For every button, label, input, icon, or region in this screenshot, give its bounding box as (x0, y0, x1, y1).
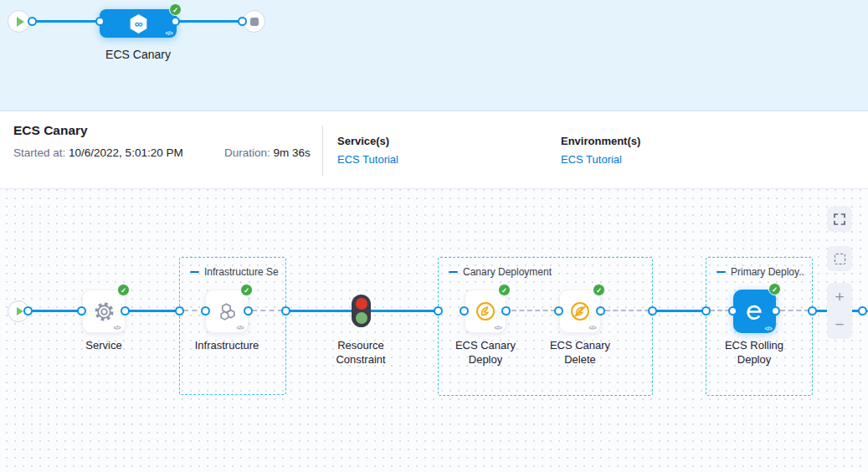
run-title: ECS Canary (13, 123, 88, 138)
edge-dashed (710, 310, 730, 311)
edge (286, 310, 354, 312)
port (554, 306, 563, 316)
started-label: Started at: (13, 146, 65, 159)
environments-label: Environment(s) (561, 135, 640, 147)
step-label: ECS Canary Delete (534, 338, 626, 367)
port (201, 306, 210, 316)
canary-delete-icon (569, 300, 591, 322)
services-link[interactable]: ECS Tutorial (337, 153, 398, 166)
port (23, 306, 33, 316)
code-icon: </> (113, 325, 121, 331)
stage-node-ecs-canary[interactable]: ∞ ✓ </> (100, 9, 177, 38)
code-icon: </> (588, 325, 596, 331)
port (808, 306, 817, 316)
hexagons-icon (216, 300, 239, 323)
started-value: 10/6/2022, 5:01:20 PM (69, 146, 183, 159)
port (28, 17, 37, 26)
pipeline-start-node (8, 10, 30, 33)
success-check-icon: ✓ (169, 3, 182, 16)
edge-dashed (605, 310, 650, 311)
step-node-ecs-canary-delete[interactable]: ✓ </> (559, 290, 601, 333)
step-label: ECS Canary Deploy (439, 338, 532, 367)
step-node-ecs-rolling-deploy[interactable]: ✓ </> (733, 290, 776, 333)
collapse-icon[interactable] (716, 271, 726, 274)
zoom-out-button[interactable]: − (827, 311, 852, 340)
ecs-swirl-icon (744, 301, 765, 322)
traffic-light-red-icon (356, 298, 367, 310)
port (434, 306, 443, 316)
group-label: Infrastructure Se... (204, 266, 279, 278)
traffic-light-green-icon (356, 312, 367, 324)
play-icon (17, 307, 23, 316)
edge-dashed (780, 310, 809, 311)
success-check-icon: ✓ (117, 284, 130, 296)
edge (369, 310, 439, 312)
zoom-controls: + − (827, 283, 852, 339)
duration: Duration: 9m 36s (224, 146, 311, 159)
edge (653, 310, 706, 312)
fullscreen-icon (834, 213, 845, 225)
port (728, 306, 737, 316)
code-icon: </> (165, 30, 172, 36)
step-label: Infrastructure (181, 338, 273, 352)
port (244, 306, 253, 316)
port (77, 306, 86, 316)
port (701, 306, 711, 316)
port (281, 306, 290, 316)
step-label: Service (58, 338, 150, 352)
zoom-in-button[interactable]: + (827, 283, 852, 311)
started-at: Started at: 10/6/2022, 5:01:20 PM (13, 146, 183, 159)
step-label: Resource Constraint (315, 338, 407, 367)
step-node-ecs-canary-deploy[interactable]: ✓ </> (465, 290, 506, 333)
collapse-icon[interactable] (449, 271, 458, 274)
group-label: Canary Deployment (463, 266, 552, 278)
environments-link[interactable]: ECS Tutorial (561, 153, 622, 166)
step-node-resource-constraint[interactable] (352, 295, 371, 327)
step-node-service[interactable]: ✓ </> (82, 290, 126, 333)
success-check-icon: ✓ (240, 284, 253, 296)
code-icon: </> (236, 325, 244, 331)
step-label: ECS Rolling Deploy (708, 338, 800, 367)
port (238, 17, 247, 26)
code-icon: </> (494, 325, 501, 331)
stage-label: ECS Canary (96, 48, 180, 61)
stop-icon (250, 18, 259, 26)
success-check-icon: ✓ (593, 284, 605, 296)
port (95, 17, 105, 26)
gear-icon (93, 300, 116, 323)
edge (126, 310, 180, 312)
fullscreen-button[interactable] (827, 207, 852, 232)
play-icon (17, 17, 24, 27)
port (858, 306, 867, 316)
port (121, 306, 130, 316)
svg-text:∞: ∞ (134, 17, 142, 29)
success-check-icon: ✓ (768, 283, 781, 295)
port (648, 306, 657, 316)
edge-dashed (511, 310, 556, 311)
selection-mode-button[interactable] (827, 246, 852, 271)
edge-dashed (252, 310, 283, 311)
duration-label: Duration: (224, 146, 270, 159)
marquee-icon (835, 254, 845, 264)
summary-divider (322, 126, 323, 176)
services-label: Service(s) (337, 135, 389, 147)
edge-stage-to-end (176, 20, 244, 23)
group-label: Primary Deploy... (731, 266, 805, 278)
port (460, 306, 469, 316)
canary-deploy-icon (475, 300, 496, 322)
port (175, 306, 184, 316)
cd-hexagon-icon: ∞ (127, 13, 150, 35)
step-node-infrastructure[interactable]: ✓ </> (205, 290, 249, 333)
success-check-icon: ✓ (498, 284, 511, 296)
duration-value: 9m 36s (274, 146, 311, 159)
pipeline-execution-screen: ∞ ✓ </> ECS Canary ECS Canary Started at… (0, 0, 868, 472)
port (171, 17, 180, 26)
code-icon: </> (764, 326, 772, 331)
port (771, 306, 780, 316)
port (501, 306, 511, 316)
collapse-icon[interactable] (190, 271, 199, 274)
port (596, 306, 605, 316)
stage-pipeline-band: ∞ ✓ </> ECS Canary (0, 0, 868, 111)
